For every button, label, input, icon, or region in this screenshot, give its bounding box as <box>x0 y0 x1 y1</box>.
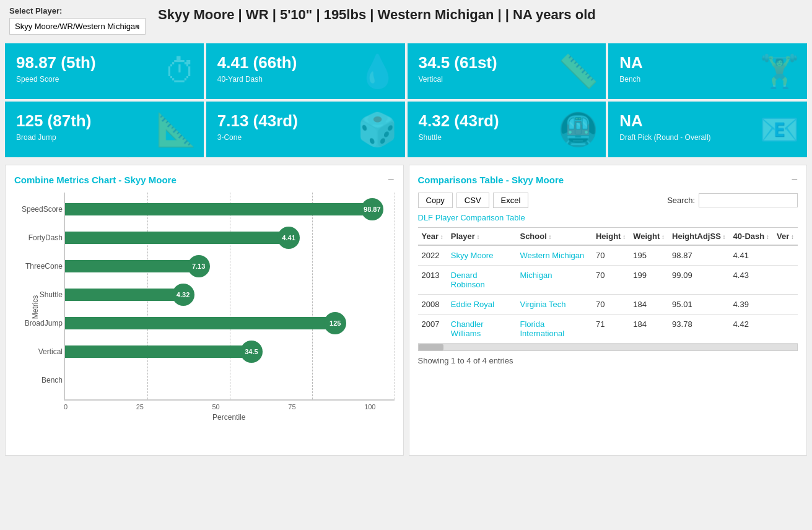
stat-icon: ⏱ <box>164 53 196 90</box>
table-row: 2022Skyy MooreWestern Michigan7019598.87… <box>418 245 798 266</box>
chart-minimize-button[interactable]: − <box>388 174 395 185</box>
bar-bubble: 7.13 <box>188 255 210 277</box>
table-cell[interactable]: Chandler Williams <box>447 315 517 344</box>
bar-row: FortyDash4.41 <box>65 226 376 250</box>
chart-panel: Combine Metrics Chart - Skyy Moore − Met… <box>5 165 404 456</box>
stats-grid: 98.87 (5th) Speed Score ⏱ 4.41 (66th) 40… <box>0 41 812 160</box>
bar-bubble: 4.41 <box>277 227 300 249</box>
excel-button[interactable]: Excel <box>493 193 529 208</box>
stat-card-4: 125 (87th) Broad Jump 📐 <box>5 102 204 157</box>
stat-card-5: 7.13 (43rd) 3-Cone 🎲 <box>206 102 405 157</box>
bar-row: SpeedScore98.87 <box>65 198 376 221</box>
table-cell: 2013 <box>418 266 447 295</box>
table-cell[interactable]: Denard Robinson <box>447 266 517 295</box>
copy-button[interactable]: Copy <box>418 193 453 208</box>
table-cell[interactable]: Western Michigan <box>516 245 592 266</box>
dlf-link[interactable]: DLF Player Comparison Table <box>418 213 798 222</box>
stat-icon: 📏 <box>558 53 598 90</box>
player-select-section: Select Player: Skyy Moore/WR/Western Mic… <box>9 6 146 35</box>
col-header-heightadjss[interactable]: HeightAdjSS <box>668 228 730 246</box>
table-cell: 95.01 <box>668 295 730 315</box>
bar-fill: 7.13 <box>65 260 199 272</box>
bar-label: BroadJump <box>14 319 63 328</box>
x-axis-title: Percentile <box>64 413 395 422</box>
bar-label: FortyDash <box>14 233 63 242</box>
stat-icon: 📧 <box>759 111 800 149</box>
chart-area: MetricsSpeedScore98.87FortyDash4.41Three… <box>14 193 395 446</box>
bar-label: ThreeCone <box>14 262 63 271</box>
x-label: 25 <box>136 403 144 411</box>
bar-fill: 125 <box>65 317 335 329</box>
table-cell: 184 <box>629 295 668 315</box>
comparisons-minimize-button[interactable]: − <box>791 174 798 185</box>
table-cell <box>773 315 798 344</box>
table-scrollbar[interactable] <box>418 344 798 351</box>
player-title: Skyy Moore | WR | 5'10" | 195lbs | Weste… <box>158 6 596 24</box>
x-axis-labels: 0255075100 <box>64 403 395 411</box>
table-cell: 71 <box>592 315 629 344</box>
x-label: 50 <box>212 403 220 411</box>
stat-icon: 🎲 <box>357 111 398 149</box>
bar-row: ThreeCone7.13 <box>65 254 376 278</box>
bar-bubble: 34.5 <box>240 341 263 363</box>
col-header-weight[interactable]: Weight <box>629 228 668 246</box>
bar-row: BroadJump125 <box>65 311 376 335</box>
table-cell: 4.43 <box>730 266 773 295</box>
stat-card-0: 98.87 (5th) Speed Score ⏱ <box>5 43 204 99</box>
search-label: Search: <box>667 196 695 205</box>
table-cell[interactable]: Florida International <box>516 315 592 344</box>
select-label: Select Player: <box>9 6 146 15</box>
csv-button[interactable]: CSV <box>456 193 489 208</box>
table-cell: 93.78 <box>668 315 730 344</box>
table-cell: 184 <box>629 315 668 344</box>
table-cell: 70 <box>592 245 629 266</box>
table-cell[interactable]: Virginia Tech <box>516 295 592 315</box>
table-row: 2007Chandler WilliamsFlorida Internation… <box>418 315 798 344</box>
bar-fill: 4.41 <box>65 232 289 244</box>
table-cell: 195 <box>629 245 668 266</box>
stat-card-2: 34.5 (61st) Vertical 📏 <box>408 43 606 99</box>
table-cell[interactable]: Michigan <box>516 266 592 295</box>
col-header-height[interactable]: Height <box>592 228 629 246</box>
bar-label: Bench <box>14 376 63 384</box>
table-panel: Comparisons Table - Skyy Moore − Copy CS… <box>409 165 808 456</box>
table-cell[interactable]: Skyy Moore <box>447 245 517 266</box>
col-header-year[interactable]: Year <box>418 228 447 246</box>
table-cell: 4.41 <box>730 245 773 266</box>
col-header-school[interactable]: School <box>516 228 592 246</box>
table-row: 2008Eddie RoyalVirginia Tech7018495.014.… <box>418 295 798 315</box>
x-label: 0 <box>64 403 68 411</box>
table-cell: 4.39 <box>730 295 773 315</box>
table-cell[interactable]: Eddie Royal <box>447 295 517 315</box>
stat-card-6: 4.32 (43rd) Shuttle 🚇 <box>408 102 606 157</box>
top-bar: Select Player: Skyy Moore/WR/Western Mic… <box>0 0 812 41</box>
comparisons-title: Comparisons Table - Skyy Moore <box>418 175 564 185</box>
table-cell: 70 <box>592 295 629 315</box>
table-cell: 4.42 <box>730 315 773 344</box>
table-footer: Showing 1 to 4 of 4 entries <box>418 356 798 365</box>
comparisons-table: YearPlayerSchoolHeightWeightHeightAdjSS4… <box>418 227 798 344</box>
bar-fill: 98.87 <box>65 203 372 215</box>
player-select[interactable]: Skyy Moore/WR/Western Michigan <box>9 18 146 35</box>
bar-bubble: 4.32 <box>172 284 194 306</box>
stat-icon: 📐 <box>156 111 196 149</box>
search-input[interactable] <box>699 193 798 207</box>
col-header-40-dash[interactable]: 40-Dash <box>730 228 773 246</box>
bar-fill: 4.32 <box>65 289 183 301</box>
table-cell: 2022 <box>418 245 447 266</box>
bar-fill: 34.5 <box>65 345 251 358</box>
table-cell <box>773 245 798 266</box>
stat-card-1: 4.41 (66th) 40-Yard Dash 💧 <box>206 43 405 99</box>
stat-card-3: NA Bench 🏋 <box>608 43 807 99</box>
stat-icon: 🚇 <box>558 111 598 149</box>
x-label: 75 <box>288 403 295 411</box>
col-header-ver[interactable]: Ver <box>773 228 798 246</box>
chart-title: Combine Metrics Chart - Skyy Moore <box>14 175 177 185</box>
stat-icon: 💧 <box>357 53 398 90</box>
col-header-player[interactable]: Player <box>447 228 517 246</box>
table-cell: 70 <box>592 266 629 295</box>
table-row: 2013Denard RobinsonMichigan7019999.094.4… <box>418 266 798 295</box>
table-cell: 98.87 <box>668 245 730 266</box>
table-cell <box>773 266 798 295</box>
bar-row: Vertical34.5 <box>65 340 376 363</box>
